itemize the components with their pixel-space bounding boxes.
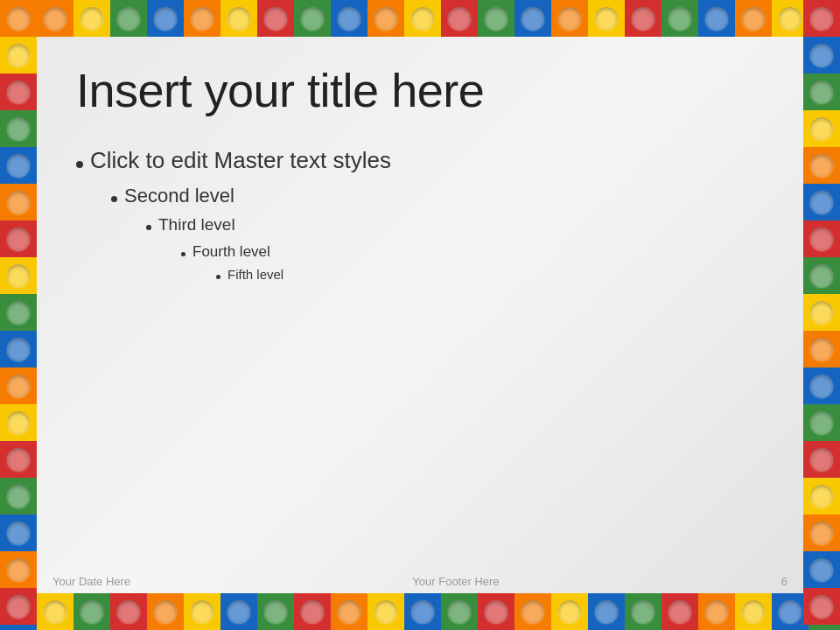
- lego-brick: [803, 74, 840, 110]
- lego-brick: [294, 0, 331, 37]
- list-item: Fourth level: [181, 241, 764, 263]
- lego-brick: [803, 184, 840, 220]
- lego-brick: [0, 588, 37, 625]
- bullet-icon: [146, 225, 151, 230]
- lego-brick: [0, 404, 37, 441]
- lego-brick: [37, 593, 74, 630]
- border-right: [803, 0, 840, 630]
- lego-brick: [368, 0, 404, 37]
- lego-brick: [331, 593, 368, 630]
- lego-brick: [441, 0, 478, 37]
- lego-brick: [257, 593, 294, 630]
- lego-brick: [0, 220, 37, 257]
- bullet-icon: [76, 161, 83, 168]
- lego-brick: [803, 294, 840, 331]
- lego-brick: [478, 0, 514, 37]
- bullet-icon: [181, 252, 186, 256]
- lego-brick: [184, 0, 220, 37]
- lego-brick: [74, 0, 110, 37]
- bullet-icon: [111, 196, 117, 202]
- lego-brick: [184, 593, 220, 630]
- lego-brick: [698, 593, 735, 630]
- lego-brick: [662, 593, 698, 630]
- lego-brick: [404, 593, 441, 630]
- lego-brick: [803, 551, 840, 588]
- lego-brick: [514, 0, 551, 37]
- border-top: [0, 0, 840, 37]
- lego-brick: [478, 593, 514, 630]
- lego-brick: [0, 514, 37, 551]
- lego-brick: [803, 478, 840, 514]
- list-item: Click to edit Master text styles: [76, 144, 764, 178]
- lego-brick: [0, 74, 37, 110]
- lego-brick: [74, 593, 110, 630]
- footer-date: Your Date Here: [52, 575, 130, 588]
- lego-brick: [0, 147, 37, 184]
- lego-brick: [0, 368, 37, 404]
- lego-brick: [0, 110, 37, 147]
- footer: Your Date Here Your Footer Here 6: [52, 575, 788, 588]
- lego-brick: [220, 593, 257, 630]
- footer-text: Your Footer Here: [412, 575, 499, 588]
- lego-brick: [0, 37, 37, 74]
- lego-brick: [0, 294, 37, 331]
- list-item: Third level: [146, 213, 764, 238]
- lego-brick: [662, 0, 698, 37]
- lego-brick: [803, 110, 840, 147]
- text-content: Click to edit Master text styles Second …: [76, 144, 764, 285]
- lego-brick: [698, 0, 735, 37]
- lego-brick: [0, 441, 37, 478]
- lego-brick: [0, 257, 37, 294]
- lego-brick: [625, 593, 662, 630]
- list-item: Second level: [111, 181, 764, 210]
- lego-brick: [588, 593, 625, 630]
- lego-brick: [147, 593, 184, 630]
- lego-brick: [110, 593, 147, 630]
- slide-content: Insert your title here Click to edit Mas…: [37, 37, 803, 593]
- lego-brick: [294, 593, 331, 630]
- lego-brick: [0, 184, 37, 220]
- border-left: [0, 0, 37, 630]
- lego-brick: [803, 441, 840, 478]
- lego-brick: [588, 0, 625, 37]
- lego-brick: [803, 220, 840, 257]
- lego-brick: [257, 0, 294, 37]
- lego-brick: [0, 0, 37, 37]
- lego-brick: [0, 478, 37, 514]
- lego-brick: [803, 147, 840, 184]
- lego-brick: [803, 368, 840, 404]
- bullet-icon: [216, 275, 220, 279]
- lego-brick: [404, 0, 441, 37]
- lego-brick: [803, 404, 840, 441]
- lego-brick: [803, 588, 840, 625]
- border-bottom: [0, 593, 840, 630]
- footer-page-number: 6: [781, 575, 788, 588]
- lego-brick: [803, 37, 840, 74]
- lego-brick: [803, 0, 840, 37]
- lego-brick: [803, 331, 840, 368]
- list-item: Fifth level: [216, 265, 764, 285]
- lego-brick: [441, 593, 478, 630]
- slide: Insert your title here Click to edit Mas…: [0, 0, 840, 630]
- lego-brick: [368, 593, 404, 630]
- lego-brick: [625, 0, 662, 37]
- lego-brick: [0, 331, 37, 368]
- lego-brick: [735, 593, 772, 630]
- lego-brick: [331, 0, 368, 37]
- lego-brick: [37, 0, 74, 37]
- lego-brick: [803, 514, 840, 551]
- lego-brick: [110, 0, 147, 37]
- lego-brick: [551, 593, 588, 630]
- lego-brick: [551, 0, 588, 37]
- lego-brick: [0, 551, 37, 588]
- lego-brick: [803, 257, 840, 294]
- lego-brick: [147, 0, 184, 37]
- lego-brick: [514, 593, 551, 630]
- slide-title: Insert your title here: [76, 63, 764, 117]
- lego-brick: [220, 0, 257, 37]
- lego-brick: [735, 0, 772, 37]
